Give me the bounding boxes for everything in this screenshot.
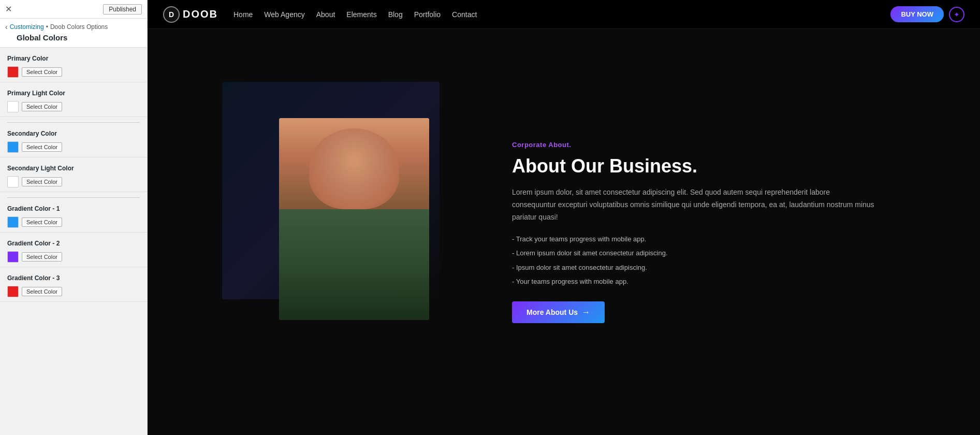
primary-light-color-label: Primary Light Color xyxy=(7,90,140,97)
logo-icon: D xyxy=(163,6,180,23)
gradient-color-1-row: Select Color xyxy=(7,216,140,228)
primary-light-color-swatch[interactable] xyxy=(7,101,19,112)
nav-links: Home Web Agency About Elements Blog Port… xyxy=(233,10,890,19)
gradient-color-3-row: Select Color xyxy=(7,286,140,297)
secondary-color-label: Secondary Color xyxy=(7,130,140,137)
secondary-light-color-row: Select Color xyxy=(7,176,140,187)
gradient-color-1-label: Gradient Color - 1 xyxy=(7,205,140,212)
nav-link-blog[interactable]: Blog xyxy=(388,10,403,19)
site-content: Corporate About. About Our Business. Lor… xyxy=(148,29,980,435)
more-about-us-button[interactable]: More About Us → xyxy=(512,301,605,323)
list-item: - Lorem ipsum dolor sit amet consectetur… xyxy=(512,248,874,258)
gradient-color-3-label: Gradient Color - 3 xyxy=(7,274,140,282)
primary-color-row: Select Color xyxy=(7,66,140,78)
about-list: - Track your teams progress with mobile … xyxy=(512,234,874,287)
secondary-light-color-label: Secondary Light Color xyxy=(7,165,140,172)
panel-top-bar: ✕ Published xyxy=(0,0,147,19)
gradient-color-2-label: Gradient Color - 2 xyxy=(7,240,140,247)
gradient-color-1-swatch[interactable] xyxy=(7,216,19,228)
nav-link-home[interactable]: Home xyxy=(233,10,253,19)
secondary-color-section: Secondary Color Select Color xyxy=(0,123,147,157)
logo-text: DOOB xyxy=(183,8,218,20)
gradient-color-2-button[interactable]: Select Color xyxy=(22,252,62,262)
primary-light-color-button[interactable]: Select Color xyxy=(22,102,62,111)
list-item: - Ipsum dolor sit amet consectetur adipi… xyxy=(512,263,874,273)
gradient-color-3-swatch[interactable] xyxy=(7,286,19,297)
more-about-us-label: More About Us xyxy=(526,308,578,316)
breadcrumb-separator: • xyxy=(46,23,48,31)
secondary-color-swatch[interactable] xyxy=(7,141,19,153)
nav-logo[interactable]: D DOOB xyxy=(163,6,218,23)
breadcrumb-page: Doob Colors Options xyxy=(50,23,108,31)
secondary-light-color-button[interactable]: Select Color xyxy=(22,177,62,186)
nav-link-elements[interactable]: Elements xyxy=(346,10,376,19)
list-item: - Your teams progress with mobile app. xyxy=(512,277,874,287)
primary-light-color-row: Select Color xyxy=(7,101,140,112)
primary-light-color-section: Primary Light Color Select Color xyxy=(0,82,147,117)
gradient-color-2-section: Gradient Color - 2 Select Color xyxy=(0,233,147,267)
breadcrumb: ‹ Customizing • Doob Colors Options xyxy=(0,19,147,31)
nav-link-portfolio[interactable]: Portfolio xyxy=(414,10,441,19)
primary-color-section: Primary Color Select Color xyxy=(0,48,147,82)
about-tag: Corporate About. xyxy=(512,141,874,149)
primary-color-label: Primary Color xyxy=(7,55,140,62)
nav-link-contact[interactable]: Contact xyxy=(452,10,477,19)
panel-title: Global Colors xyxy=(0,31,147,48)
site-navbar: D DOOB Home Web Agency About Elements Bl… xyxy=(148,0,980,29)
logo-d-letter: D xyxy=(169,10,174,19)
about-person-image xyxy=(279,118,429,320)
gradient-color-1-section: Gradient Color - 1 Select Color xyxy=(0,198,147,233)
primary-color-swatch[interactable] xyxy=(7,66,19,78)
person-silhouette xyxy=(279,118,429,320)
buy-now-button[interactable]: BUY NOW xyxy=(890,6,944,22)
back-arrow-icon[interactable]: ‹ xyxy=(5,23,8,31)
primary-color-button[interactable]: Select Color xyxy=(22,67,62,77)
website-preview: D DOOB Home Web Agency About Elements Bl… xyxy=(148,0,980,435)
secondary-color-button[interactable]: Select Color xyxy=(22,142,62,152)
secondary-light-color-section: Secondary Light Color Select Color xyxy=(0,157,147,192)
gradient-color-3-section: Gradient Color - 3 Select Color xyxy=(0,267,147,302)
nav-star-button[interactable]: ✦ xyxy=(949,7,964,22)
gradient-color-2-row: Select Color xyxy=(7,251,140,263)
secondary-color-row: Select Color xyxy=(7,141,140,153)
about-section: Corporate About. About Our Business. Lor… xyxy=(253,103,874,361)
nav-link-web-agency[interactable]: Web Agency xyxy=(264,10,304,19)
about-body: Lorem ipsum dolor, sit amet consectetur … xyxy=(512,186,874,223)
gradient-color-2-swatch[interactable] xyxy=(7,251,19,263)
about-heading: About Our Business. xyxy=(512,155,874,177)
about-images xyxy=(253,103,471,361)
left-panel: ✕ Published ‹ Customizing • Doob Colors … xyxy=(0,0,148,435)
gradient-color-1-button[interactable]: Select Color xyxy=(22,218,62,227)
list-item: - Track your teams progress with mobile … xyxy=(512,234,874,244)
secondary-light-color-swatch[interactable] xyxy=(7,176,19,187)
gradient-color-3-button[interactable]: Select Color xyxy=(22,287,62,296)
close-icon[interactable]: ✕ xyxy=(5,4,12,14)
arrow-icon: → xyxy=(582,308,590,317)
nav-link-about[interactable]: About xyxy=(316,10,335,19)
published-button[interactable]: Published xyxy=(103,4,142,15)
about-text-content: Corporate About. About Our Business. Lor… xyxy=(512,141,874,323)
breadcrumb-customizing[interactable]: Customizing xyxy=(10,23,44,31)
